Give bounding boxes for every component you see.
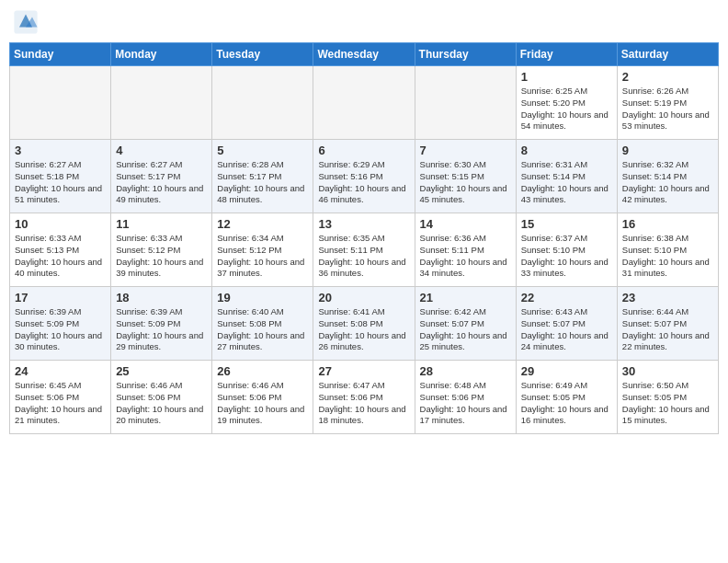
day-info: Sunrise: 6:45 AM Sunset: 5:06 PM Dayligh… — [15, 380, 106, 427]
col-header-thursday: Thursday — [415, 43, 516, 66]
calendar-cell: 20Sunrise: 6:41 AM Sunset: 5:08 PM Dayli… — [313, 287, 415, 361]
day-number: 16 — [622, 217, 713, 231]
day-info: Sunrise: 6:48 AM Sunset: 5:06 PM Dayligh… — [420, 380, 511, 427]
calendar-header-row: SundayMondayTuesdayWednesdayThursdayFrid… — [10, 43, 719, 66]
calendar-cell: 2Sunrise: 6:26 AM Sunset: 5:19 PM Daylig… — [617, 66, 718, 140]
calendar-cell: 1Sunrise: 6:25 AM Sunset: 5:20 PM Daylig… — [516, 66, 617, 140]
day-number: 28 — [420, 364, 511, 378]
col-header-sunday: Sunday — [10, 43, 111, 66]
day-number: 11 — [116, 217, 207, 231]
calendar-cell — [212, 66, 313, 140]
week-row-5: 24Sunrise: 6:45 AM Sunset: 5:06 PM Dayli… — [10, 361, 719, 434]
day-info: Sunrise: 6:27 AM Sunset: 5:18 PM Dayligh… — [15, 159, 106, 206]
calendar-cell: 10Sunrise: 6:33 AM Sunset: 5:13 PM Dayli… — [10, 213, 111, 287]
calendar-cell: 9Sunrise: 6:32 AM Sunset: 5:14 PM Daylig… — [617, 140, 718, 213]
day-number: 18 — [116, 291, 207, 304]
calendar-cell: 16Sunrise: 6:38 AM Sunset: 5:10 PM Dayli… — [617, 213, 718, 287]
calendar-cell: 25Sunrise: 6:46 AM Sunset: 5:06 PM Dayli… — [111, 361, 212, 434]
day-info: Sunrise: 6:27 AM Sunset: 5:17 PM Dayligh… — [116, 159, 207, 206]
day-info: Sunrise: 6:34 AM Sunset: 5:12 PM Dayligh… — [217, 233, 308, 280]
day-info: Sunrise: 6:39 AM Sunset: 5:09 PM Dayligh… — [15, 306, 106, 353]
calendar-cell: 14Sunrise: 6:36 AM Sunset: 5:11 PM Dayli… — [415, 213, 516, 287]
calendar-cell: 18Sunrise: 6:39 AM Sunset: 5:09 PM Dayli… — [111, 287, 212, 361]
day-number: 27 — [318, 364, 409, 378]
day-info: Sunrise: 6:33 AM Sunset: 5:12 PM Dayligh… — [116, 233, 207, 280]
calendar-cell: 27Sunrise: 6:47 AM Sunset: 5:06 PM Dayli… — [313, 361, 415, 434]
day-number: 19 — [217, 291, 308, 304]
calendar-cell: 23Sunrise: 6:44 AM Sunset: 5:07 PM Dayli… — [617, 287, 718, 361]
calendar-cell: 21Sunrise: 6:42 AM Sunset: 5:07 PM Dayli… — [415, 287, 516, 361]
day-number: 15 — [521, 217, 612, 231]
day-number: 1 — [521, 70, 612, 84]
calendar-cell — [111, 66, 212, 140]
day-number: 2 — [622, 70, 713, 84]
calendar-cell: 3Sunrise: 6:27 AM Sunset: 5:18 PM Daylig… — [10, 140, 111, 213]
day-info: Sunrise: 6:30 AM Sunset: 5:15 PM Dayligh… — [420, 159, 511, 206]
day-info: Sunrise: 6:26 AM Sunset: 5:19 PM Dayligh… — [622, 86, 713, 132]
day-number: 13 — [318, 217, 409, 231]
calendar-cell: 26Sunrise: 6:46 AM Sunset: 5:06 PM Dayli… — [212, 361, 313, 434]
calendar-cell — [313, 66, 415, 140]
day-info: Sunrise: 6:46 AM Sunset: 5:06 PM Dayligh… — [217, 380, 308, 427]
page-header — [9, 9, 719, 35]
day-number: 24 — [15, 364, 106, 378]
day-number: 23 — [622, 291, 713, 304]
day-number: 5 — [217, 144, 308, 157]
calendar-cell: 19Sunrise: 6:40 AM Sunset: 5:08 PM Dayli… — [212, 287, 313, 361]
week-row-3: 10Sunrise: 6:33 AM Sunset: 5:13 PM Dayli… — [10, 213, 719, 287]
week-row-2: 3Sunrise: 6:27 AM Sunset: 5:18 PM Daylig… — [10, 140, 719, 213]
day-number: 10 — [15, 217, 106, 231]
day-number: 7 — [420, 144, 511, 157]
day-info: Sunrise: 6:37 AM Sunset: 5:10 PM Dayligh… — [521, 233, 612, 280]
day-info: Sunrise: 6:50 AM Sunset: 5:05 PM Dayligh… — [622, 380, 713, 427]
day-info: Sunrise: 6:25 AM Sunset: 5:20 PM Dayligh… — [521, 86, 612, 132]
calendar-cell: 11Sunrise: 6:33 AM Sunset: 5:12 PM Dayli… — [111, 213, 212, 287]
calendar-cell: 7Sunrise: 6:30 AM Sunset: 5:15 PM Daylig… — [415, 140, 516, 213]
day-number: 17 — [15, 291, 106, 304]
col-header-monday: Monday — [111, 43, 212, 66]
day-info: Sunrise: 6:31 AM Sunset: 5:14 PM Dayligh… — [521, 159, 612, 206]
calendar-cell: 28Sunrise: 6:48 AM Sunset: 5:06 PM Dayli… — [415, 361, 516, 434]
day-number: 14 — [420, 217, 511, 231]
day-info: Sunrise: 6:47 AM Sunset: 5:06 PM Dayligh… — [318, 380, 409, 427]
logo-icon — [13, 9, 39, 35]
day-number: 6 — [318, 144, 409, 157]
day-number: 20 — [318, 291, 409, 304]
day-info: Sunrise: 6:28 AM Sunset: 5:17 PM Dayligh… — [217, 159, 308, 206]
calendar-cell: 4Sunrise: 6:27 AM Sunset: 5:17 PM Daylig… — [111, 140, 212, 213]
calendar-cell: 13Sunrise: 6:35 AM Sunset: 5:11 PM Dayli… — [313, 213, 415, 287]
col-header-friday: Friday — [516, 43, 617, 66]
day-info: Sunrise: 6:42 AM Sunset: 5:07 PM Dayligh… — [420, 306, 511, 353]
calendar-cell: 8Sunrise: 6:31 AM Sunset: 5:14 PM Daylig… — [516, 140, 617, 213]
day-number: 30 — [622, 364, 713, 378]
calendar-cell: 6Sunrise: 6:29 AM Sunset: 5:16 PM Daylig… — [313, 140, 415, 213]
day-number: 21 — [420, 291, 511, 304]
day-info: Sunrise: 6:44 AM Sunset: 5:07 PM Dayligh… — [622, 306, 713, 353]
week-row-1: 1Sunrise: 6:25 AM Sunset: 5:20 PM Daylig… — [10, 66, 719, 140]
calendar-table: SundayMondayTuesdayWednesdayThursdayFrid… — [9, 42, 719, 434]
day-number: 4 — [116, 144, 207, 157]
day-number: 29 — [521, 364, 612, 378]
calendar-cell: 5Sunrise: 6:28 AM Sunset: 5:17 PM Daylig… — [212, 140, 313, 213]
col-header-tuesday: Tuesday — [212, 43, 313, 66]
day-number: 25 — [116, 364, 207, 378]
week-row-4: 17Sunrise: 6:39 AM Sunset: 5:09 PM Dayli… — [10, 287, 719, 361]
calendar-cell: 22Sunrise: 6:43 AM Sunset: 5:07 PM Dayli… — [516, 287, 617, 361]
day-number: 3 — [15, 144, 106, 157]
calendar-cell — [10, 66, 111, 140]
day-info: Sunrise: 6:38 AM Sunset: 5:10 PM Dayligh… — [622, 233, 713, 280]
calendar-cell: 15Sunrise: 6:37 AM Sunset: 5:10 PM Dayli… — [516, 213, 617, 287]
day-info: Sunrise: 6:35 AM Sunset: 5:11 PM Dayligh… — [318, 233, 409, 280]
day-number: 26 — [217, 364, 308, 378]
day-number: 9 — [622, 144, 713, 157]
day-info: Sunrise: 6:33 AM Sunset: 5:13 PM Dayligh… — [15, 233, 106, 280]
calendar-cell: 29Sunrise: 6:49 AM Sunset: 5:05 PM Dayli… — [516, 361, 617, 434]
day-info: Sunrise: 6:43 AM Sunset: 5:07 PM Dayligh… — [521, 306, 612, 353]
day-number: 12 — [217, 217, 308, 231]
calendar-cell: 24Sunrise: 6:45 AM Sunset: 5:06 PM Dayli… — [10, 361, 111, 434]
day-info: Sunrise: 6:36 AM Sunset: 5:11 PM Dayligh… — [420, 233, 511, 280]
day-info: Sunrise: 6:39 AM Sunset: 5:09 PM Dayligh… — [116, 306, 207, 353]
day-number: 22 — [521, 291, 612, 304]
col-header-saturday: Saturday — [617, 43, 718, 66]
day-info: Sunrise: 6:49 AM Sunset: 5:05 PM Dayligh… — [521, 380, 612, 427]
